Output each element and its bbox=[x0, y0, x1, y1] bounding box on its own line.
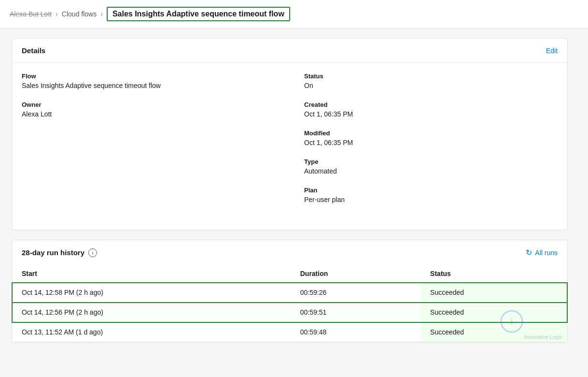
plan-detail-group: Plan Per-user plan bbox=[304, 187, 558, 203]
status-label: Status bbox=[304, 72, 558, 80]
col-status: Status bbox=[420, 265, 567, 283]
info-icon[interactable]: i bbox=[88, 248, 97, 257]
run-history-title: 28-day run history bbox=[22, 248, 84, 257]
owner-detail-group: Owner Alexa Lott bbox=[22, 101, 275, 118]
details-right-col: Status On Created Oct 1, 06:35 PM Modifi… bbox=[294, 72, 558, 215]
status-detail-group: Status On bbox=[304, 72, 558, 89]
created-value: Oct 1, 06:35 PM bbox=[304, 110, 558, 118]
type-label: Type bbox=[304, 158, 558, 165]
plan-value: Per-user plan bbox=[304, 196, 558, 203]
breadcrumb: Alexa But Lott › Cloud flows › Sales Ins… bbox=[0, 0, 588, 29]
table-row[interactable]: Oct 14, 12:58 PM (2 h ago)00:59:26Succee… bbox=[12, 283, 567, 303]
run-history-card: 28-day run history i ↻ All runs Start Du… bbox=[12, 240, 568, 343]
run-start: Oct 13, 11:52 AM (1 d ago) bbox=[12, 322, 291, 342]
refresh-icon: ↻ bbox=[526, 248, 532, 257]
plan-label: Plan bbox=[304, 187, 558, 194]
all-runs-button[interactable]: ↻ All runs bbox=[526, 248, 558, 257]
col-start: Start bbox=[12, 265, 291, 283]
created-label: Created bbox=[304, 101, 558, 108]
details-title: Details bbox=[22, 46, 45, 55]
history-title-row: 28-day run history i bbox=[22, 248, 97, 257]
created-detail-group: Created Oct 1, 06:35 PM bbox=[304, 101, 558, 118]
table-row[interactable]: Oct 14, 12:56 PM (2 h ago)00:59:51Succee… bbox=[12, 303, 567, 322]
breadcrumb-cloud-flows[interactable]: Cloud flows bbox=[62, 10, 97, 18]
run-duration: 00:59:26 bbox=[291, 283, 420, 303]
run-history-table-wrapper: Start Duration Status Oct 14, 12:58 PM (… bbox=[12, 265, 567, 342]
details-card-body: Flow Sales Insights Adaptive sequence ti… bbox=[12, 63, 567, 230]
owner-value: Alexa Lott bbox=[22, 110, 275, 118]
flow-label: Flow bbox=[22, 72, 275, 80]
type-value: Automated bbox=[304, 167, 558, 175]
all-runs-label: All runs bbox=[535, 249, 558, 257]
modified-value: Oct 1, 06:35 PM bbox=[304, 139, 558, 146]
edit-button[interactable]: Edit bbox=[546, 47, 558, 55]
details-card: Details Edit Flow Sales Insights Adaptiv… bbox=[12, 38, 568, 230]
main-content: Details Edit Flow Sales Insights Adaptiv… bbox=[0, 29, 579, 362]
table-header-row: Start Duration Status bbox=[12, 265, 567, 283]
col-duration: Duration bbox=[291, 265, 420, 283]
type-detail-group: Type Automated bbox=[304, 158, 558, 175]
flow-detail-group: Flow Sales Insights Adaptive sequence ti… bbox=[22, 72, 275, 89]
run-status: Succeeded bbox=[420, 322, 567, 342]
details-card-header: Details Edit bbox=[12, 39, 567, 63]
run-history-table: Start Duration Status Oct 14, 12:58 PM (… bbox=[12, 265, 567, 342]
breadcrumb-sep-2: › bbox=[100, 10, 103, 18]
modified-label: Modified bbox=[304, 130, 558, 137]
breadcrumb-home[interactable]: Alexa But Lott bbox=[10, 10, 52, 18]
breadcrumb-sep-1: › bbox=[56, 10, 58, 18]
details-left-col: Flow Sales Insights Adaptive sequence ti… bbox=[22, 72, 294, 215]
run-history-header: 28-day run history i ↻ All runs bbox=[12, 240, 567, 265]
breadcrumb-current: Sales Insights Adaptive sequence timeout… bbox=[107, 7, 290, 21]
run-status: Succeeded bbox=[420, 283, 567, 303]
status-value: On bbox=[304, 82, 558, 89]
run-status: Succeeded bbox=[420, 303, 567, 322]
owner-label: Owner bbox=[22, 101, 275, 108]
run-duration: 00:59:51 bbox=[291, 303, 420, 322]
run-start: Oct 14, 12:56 PM (2 h ago) bbox=[12, 303, 291, 322]
run-start: Oct 14, 12:58 PM (2 h ago) bbox=[12, 283, 291, 303]
modified-detail-group: Modified Oct 1, 06:35 PM bbox=[304, 130, 558, 146]
flow-value: Sales Insights Adaptive sequence timeout… bbox=[22, 82, 275, 89]
table-row[interactable]: Oct 13, 11:52 AM (1 d ago)00:59:48Succee… bbox=[12, 322, 567, 342]
run-duration: 00:59:48 bbox=[291, 322, 420, 342]
